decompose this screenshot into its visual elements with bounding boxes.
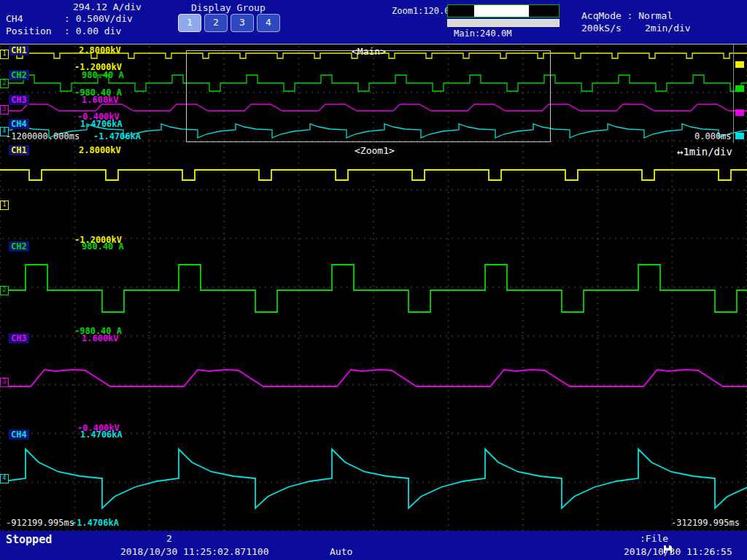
zoom-ch2-trace xyxy=(0,265,747,312)
zoom-time-right: -312199.995ms xyxy=(671,518,740,528)
display-group-button-2[interactable]: 2 xyxy=(204,14,228,32)
zoom-ch3-position-marker[interactable]: 3 xyxy=(0,378,9,387)
main-ch4-top-value: 1.4706kA xyxy=(80,119,123,129)
zoom-ch1-trace xyxy=(0,170,747,180)
display-group-button-1[interactable]: 1 xyxy=(178,14,201,32)
main-ch4-bottom-value: -1.4706kA xyxy=(93,131,141,141)
main-ch1-label: CH1 xyxy=(9,45,29,55)
zoom-ch1-top-value: 2.8000kV xyxy=(79,145,121,155)
display-group-label: Display Group xyxy=(191,2,266,13)
zoom-ch4-label: CH4 xyxy=(9,429,29,440)
ch4-right-level-marker xyxy=(735,133,744,139)
position-value: : 0.00 div xyxy=(64,26,121,36)
zoom-ch3-label: CH3 xyxy=(9,333,29,343)
acq-mode-label: AcqMode : Normal xyxy=(581,10,673,21)
zoom-ch2-top-value: 980.40 A xyxy=(82,241,124,252)
system-clock: 2018/10/30 11:26:55 xyxy=(624,546,732,557)
channel-scaled-value: 294.12 A/div xyxy=(73,1,142,12)
zoom-ch2-position-marker[interactable]: 2 xyxy=(0,286,9,295)
main-ch3-top-value: 1.600kV xyxy=(82,95,119,105)
waveform-area: <Main> CH1 2.8000kV -1.2000kV CH2 980.40… xyxy=(0,44,747,531)
zoom-ch2-label: CH2 xyxy=(9,241,29,252)
selected-channel-label: CH4 xyxy=(6,13,23,24)
main-time-left: -1200000.000ms xyxy=(6,131,80,141)
status-bar: Stopped 2 2018/10/30 11:25:02.871100 Aut… xyxy=(0,531,747,560)
record-end-marker-line xyxy=(733,44,734,143)
header-bar: 294.12 A/div CH4 : 0.500V/div Position :… xyxy=(0,0,747,44)
zoom-ch1-label: CH1 xyxy=(9,145,29,155)
oscilloscope-screen: 294.12 A/div CH4 : 0.500V/div Position :… xyxy=(0,0,747,560)
main-ch2-label: CH2 xyxy=(9,70,29,80)
main-ch4-label: CH4 xyxy=(9,119,29,129)
timebase-label: 2min/div xyxy=(645,23,691,34)
main-zoom-separator-line xyxy=(0,44,747,44)
zoom-ch3-trace xyxy=(0,370,747,386)
zoom-ch1-position-marker[interactable]: 1 xyxy=(0,201,9,210)
zoom-ch4-trace xyxy=(0,449,747,508)
zoom-record-size-label: Zoom1:120.0M xyxy=(392,6,455,16)
zoom-ch4-position-marker[interactable]: 4 xyxy=(0,474,9,483)
ch2-right-level-marker xyxy=(735,85,744,92)
zoom-ch4-top-value: 1.4706kA xyxy=(80,429,123,440)
zoom-timebase-label: ↔1min/div xyxy=(677,146,732,158)
main-ch2-top-value: 980.40 A xyxy=(82,70,124,80)
zoom-time-left: -912199.995ms xyxy=(6,518,74,528)
zoom-ch4-bottom-value: -1.4706kA xyxy=(71,518,119,528)
main-ch1-position-marker[interactable]: 1 xyxy=(0,50,9,59)
acquisition-status: Stopped xyxy=(6,533,52,546)
file-label: :File xyxy=(640,533,668,544)
main-time-right: 0.000ms xyxy=(694,131,732,141)
main-ch4-position-marker[interactable]: 4 xyxy=(0,127,9,136)
display-group-button-4[interactable]: 4 xyxy=(257,14,280,32)
main-view-title: <Main> xyxy=(352,46,386,57)
main-record-size-label: Main:240.0M xyxy=(454,28,511,39)
zoom-ch3-top-value: 1.600kV xyxy=(82,333,119,343)
zoom-view-title: <Zoom1> xyxy=(355,145,395,156)
position-label: Position xyxy=(6,26,52,36)
main-ch3-label: CH3 xyxy=(9,95,29,105)
main-record-bar xyxy=(447,19,560,27)
group-indicator: 2 xyxy=(166,533,172,544)
channel-vdiv-value: : 0.500V/div xyxy=(64,13,133,24)
main-ch3-position-marker[interactable]: 3 xyxy=(0,105,9,114)
zoom-position-bar[interactable] xyxy=(447,4,560,18)
display-group-button-3[interactable]: 3 xyxy=(231,14,254,32)
main-ch2-position-marker[interactable]: 2 xyxy=(0,79,9,88)
zoom-window-indicator[interactable] xyxy=(474,5,528,17)
ch1-right-level-marker xyxy=(735,61,744,68)
sample-rate-label: 200kS/s xyxy=(581,23,622,34)
trigger-mode: Auto xyxy=(330,546,352,557)
ch3-right-level-marker xyxy=(735,109,744,116)
acquisition-timestamp: 2018/10/30 11:25:02.871100 xyxy=(120,546,269,557)
main-ch1-top-value: 2.8000kV xyxy=(79,45,121,55)
zoom-region-box[interactable] xyxy=(186,50,551,142)
